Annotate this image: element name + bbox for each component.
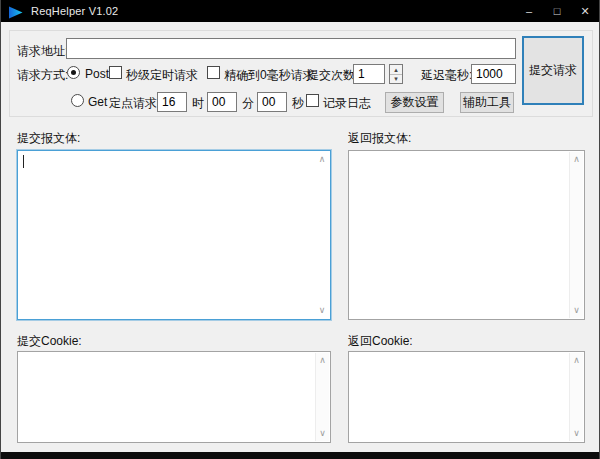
seconds-timer-checkbox[interactable] (109, 66, 122, 79)
chevron-up-icon[interactable]: ∧ (319, 152, 326, 167)
submit-count-stepper[interactable]: ▴ ▾ (389, 64, 403, 84)
window-controls: – □ ✕ (515, 0, 599, 22)
chevron-down-icon[interactable]: ∨ (319, 303, 326, 318)
get-radio[interactable] (71, 94, 84, 107)
app-window: ReqHelper V1.02 – □ ✕ 请求地址: 提交请求 请求方式: P… (0, 0, 600, 459)
submit-count-label: 提交次数: (307, 67, 358, 84)
log-checkbox[interactable] (306, 94, 319, 107)
chevron-down-icon[interactable]: ∨ (319, 426, 326, 441)
delay-ms-label: 延迟毫秒: (421, 67, 472, 84)
window-bottom-edge (1, 452, 600, 459)
maximize-icon[interactable]: □ (543, 0, 571, 22)
request-body-scrollbar[interactable]: ∧ ∨ (315, 152, 329, 318)
chevron-down-icon[interactable]: ∨ (573, 426, 580, 441)
request-body-label: 提交报文体: (17, 130, 80, 147)
log-checkbox-label[interactable]: 记录日志 (323, 95, 371, 112)
titlebar: ReqHelper V1.02 – □ ✕ (1, 0, 600, 22)
chevron-down-icon[interactable]: ∨ (573, 303, 580, 318)
tools-button-label: 辅助工具 (463, 94, 511, 111)
hour-unit-label: 时 (192, 95, 204, 112)
radio-selected-dot (71, 70, 76, 75)
minimize-icon[interactable]: – (515, 0, 543, 22)
response-cookie-textarea[interactable]: ∧ ∨ (348, 351, 585, 443)
response-cookie-label: 返回Cookie: (348, 333, 413, 350)
text-caret (23, 155, 24, 168)
response-body-textarea[interactable]: ∧ ∨ (348, 150, 585, 320)
get-radio-label[interactable]: Get (88, 95, 107, 109)
request-cookie-scrollbar[interactable]: ∧ ∨ (315, 353, 329, 441)
second-input[interactable] (257, 92, 287, 112)
spinner-down-icon[interactable]: ▾ (390, 75, 402, 84)
params-button[interactable]: 参数设置 (385, 92, 444, 113)
tools-button[interactable]: 辅助工具 (460, 92, 514, 113)
request-cookie-label: 提交Cookie: (17, 333, 82, 350)
submit-request-label: 提交请求 (529, 62, 577, 79)
submit-request-button[interactable]: 提交请求 (522, 36, 584, 105)
app-icon (9, 5, 23, 18)
hour-input[interactable] (157, 92, 187, 112)
minute-input[interactable] (207, 92, 237, 112)
chevron-up-icon[interactable]: ∧ (319, 353, 326, 368)
response-body-label: 返回报文体: (348, 130, 411, 147)
seconds-timer-label[interactable]: 秒级定时请求 (126, 67, 198, 84)
scheduled-request-label: 定点请求: (109, 95, 160, 112)
window-title: ReqHelper V1.02 (31, 5, 118, 17)
post-radio[interactable] (67, 66, 80, 79)
submit-count-input[interactable] (353, 64, 385, 84)
params-button-label: 参数设置 (391, 94, 439, 111)
chevron-up-icon[interactable]: ∧ (573, 353, 580, 368)
address-label: 请求地址: (17, 43, 68, 60)
delay-ms-input[interactable] (471, 64, 516, 84)
precise-zero-ms-checkbox[interactable] (207, 66, 220, 79)
response-body-scrollbar[interactable]: ∧ ∨ (569, 152, 583, 318)
method-label: 请求方式: (17, 67, 68, 84)
spinner-up-icon[interactable]: ▴ (390, 65, 402, 75)
post-radio-label[interactable]: Post (85, 67, 109, 81)
minute-unit-label: 分 (242, 95, 254, 112)
second-unit-label: 秒 (292, 95, 304, 112)
chevron-up-icon[interactable]: ∧ (573, 152, 580, 167)
precise-zero-ms-label[interactable]: 精确到0毫秒请求 (224, 67, 315, 84)
request-body-textarea[interactable]: ∧ ∨ (17, 150, 331, 320)
close-icon[interactable]: ✕ (571, 0, 599, 22)
response-cookie-scrollbar[interactable]: ∧ ∨ (569, 353, 583, 441)
request-cookie-textarea[interactable]: ∧ ∨ (17, 351, 331, 443)
address-input[interactable] (66, 38, 516, 59)
